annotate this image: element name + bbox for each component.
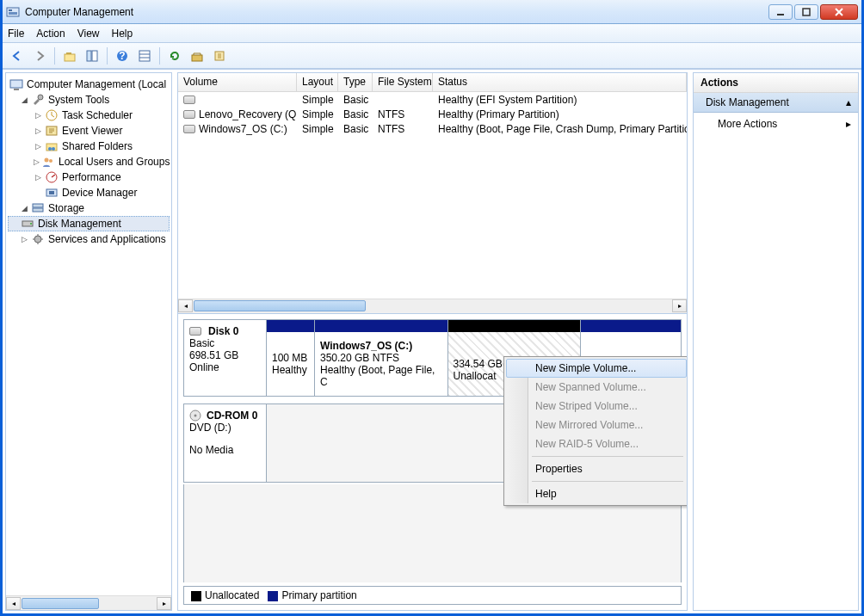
tree-label: Storage (48, 202, 84, 214)
scroll-left-button[interactable]: ◂ (178, 299, 193, 312)
legend-primary-label: Primary partition (281, 589, 356, 601)
expand-icon[interactable]: ▷ (34, 126, 43, 136)
storage-icon (31, 201, 45, 215)
settings-button[interactable] (188, 46, 207, 65)
up-button[interactable] (60, 46, 79, 65)
ctx-properties[interactable]: Properties (506, 459, 687, 478)
disk-icon (21, 217, 34, 231)
users-icon (41, 155, 55, 169)
disk-name: Disk 0 (208, 325, 238, 337)
svg-point-22 (52, 147, 55, 151)
nav-tree[interactable]: Computer Management (Local ◢ System Tool… (6, 73, 171, 595)
svg-rect-10 (139, 51, 150, 61)
actions-section[interactable]: Disk Management ▴ (694, 93, 858, 113)
vol-status: Healthy (Boot, Page File, Crash Dump, Pr… (433, 123, 687, 135)
tree-shared-folders[interactable]: ▷ Shared Folders (8, 139, 170, 154)
svg-rect-7 (92, 51, 97, 61)
col-volume[interactable]: Volume (178, 73, 297, 91)
computer-icon (9, 77, 23, 91)
ctx-new-simple-volume[interactable]: New Simple Volume... (506, 359, 687, 378)
volume-row[interactable]: Lenovo_Recovery (Q:) Simple Basic NTFS H… (178, 107, 687, 121)
tree-disk-management[interactable]: ▷ Disk Management (8, 216, 170, 231)
menu-action[interactable]: Action (36, 28, 65, 40)
help-button[interactable]: ? (113, 46, 132, 65)
col-status[interactable]: Status (433, 73, 687, 91)
titlebar[interactable]: Computer Management (3, 0, 861, 24)
partition-efi[interactable]: 100 MB Healthy (267, 320, 315, 396)
minimize-button[interactable] (768, 4, 793, 20)
svg-rect-4 (803, 9, 810, 15)
scroll-left-button[interactable]: ◂ (6, 597, 21, 610)
volume-list-body[interactable]: Simple Basic Healthy (EFI System Partiti… (178, 92, 687, 299)
show-hide-tree-button[interactable] (83, 46, 102, 65)
clock-icon (45, 108, 59, 122)
vol-status: Healthy (EFI System Partition) (433, 94, 687, 106)
col-type[interactable]: Type (338, 73, 373, 91)
window-title: Computer Management (25, 6, 768, 18)
maximize-button[interactable] (794, 4, 818, 20)
svg-rect-20 (46, 144, 57, 151)
tree-system-tools[interactable]: ◢ System Tools (8, 92, 170, 108)
vol-status: Healthy (Primary Partition) (433, 108, 687, 120)
tree-task-scheduler[interactable]: ▷ Task Scheduler (8, 108, 170, 123)
vol-layout: Simple (297, 108, 338, 120)
svg-point-24 (49, 159, 52, 163)
collapse-icon[interactable]: ◢ (20, 204, 29, 213)
ctx-help[interactable]: Help (506, 484, 687, 503)
scroll-right-button[interactable]: ▸ (157, 597, 171, 610)
tree-label: Disk Management (38, 218, 121, 230)
expand-icon[interactable]: ▷ (34, 111, 43, 120)
volume-row[interactable]: Windows7_OS (C:) Simple Basic NTFS Healt… (178, 121, 687, 136)
ctx-new-raid5-volume: New RAID-5 Volume... (506, 434, 687, 453)
view-list-button[interactable] (135, 46, 154, 65)
window-buttons (768, 4, 858, 20)
back-button[interactable] (8, 46, 27, 65)
part-name: Windows7_OS (C:) (320, 340, 442, 352)
tree-event-viewer[interactable]: ▷ Event Viewer (8, 123, 170, 139)
expand-icon[interactable]: ▷ (20, 235, 29, 244)
tree-performance[interactable]: ▷ Performance (8, 169, 170, 185)
context-menu: New Simple Volume... New Spanned Volume.… (503, 356, 687, 506)
scrollbar-thumb[interactable] (22, 598, 99, 609)
expand-icon[interactable]: ▷ (34, 157, 40, 167)
tree-local-users[interactable]: ▷ Local Users and Groups (8, 154, 170, 169)
collapse-icon: ▴ (846, 96, 851, 108)
forward-button[interactable] (30, 46, 49, 65)
tree-services[interactable]: ▷ Services and Applications (8, 231, 170, 247)
tree-storage[interactable]: ◢ Storage (8, 200, 170, 216)
partition-c[interactable]: Windows7_OS (C:) 350.20 GB NTFS Healthy … (315, 320, 448, 396)
tree-device-manager[interactable]: ▷ Device Manager (8, 185, 170, 200)
vol-name: Windows7_OS (C:) (199, 123, 287, 135)
col-layout[interactable]: Layout (297, 73, 338, 91)
export-button[interactable] (210, 46, 229, 65)
close-button[interactable] (820, 4, 858, 20)
tree-label: Task Scheduler (62, 109, 133, 121)
svg-rect-16 (14, 89, 19, 90)
expand-icon[interactable]: ▷ (34, 173, 43, 182)
col-filesystem[interactable]: File System (373, 73, 433, 91)
volume-list: Volume Layout Type File System Status Si… (178, 73, 687, 314)
tree-label: Local Users and Groups (59, 156, 170, 168)
actions-more[interactable]: More Actions ▸ (694, 113, 858, 135)
scroll-right-button[interactable]: ▸ (672, 299, 687, 312)
disk-size: 698.51 GB (189, 349, 261, 361)
collapse-icon[interactable]: ◢ (20, 95, 29, 105)
volume-row[interactable]: Simple Basic Healthy (EFI System Partiti… (178, 92, 687, 107)
menu-view[interactable]: View (77, 28, 100, 40)
scrollbar-thumb[interactable] (194, 300, 366, 311)
svg-point-23 (45, 158, 49, 163)
vol-layout: Simple (297, 94, 338, 106)
volume-h-scrollbar[interactable]: ◂ ▸ (178, 299, 687, 313)
tree-root[interactable]: Computer Management (Local (8, 77, 170, 92)
menu-file[interactable]: File (8, 28, 24, 40)
disk-label: CD-ROM 0 DVD (D:) No Media (184, 404, 267, 482)
drive-icon (183, 95, 195, 104)
tree-label: Event Viewer (62, 125, 122, 137)
refresh-button[interactable] (165, 46, 184, 65)
tree-label: Device Manager (62, 187, 137, 199)
menu-help[interactable]: Help (112, 28, 133, 40)
expand-icon[interactable]: ▷ (34, 142, 43, 151)
svg-rect-13 (192, 55, 202, 61)
content-area: Computer Management (Local ◢ System Tool… (3, 69, 861, 613)
tree-h-scrollbar[interactable]: ◂ ▸ (6, 595, 171, 610)
